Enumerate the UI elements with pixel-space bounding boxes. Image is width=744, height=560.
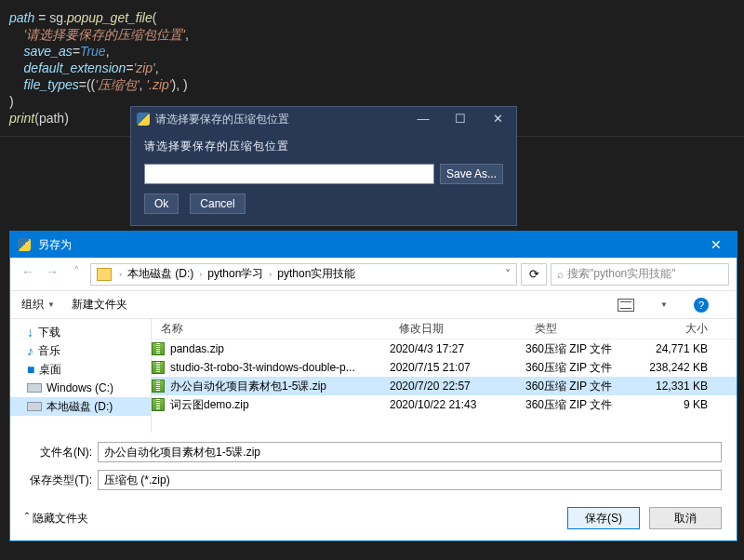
popup-prompt: 请选择要保存的压缩包位置 (144, 139, 503, 154)
cancel-button[interactable]: Cancel (190, 193, 245, 214)
save-titlebar[interactable]: 另存为 ✕ (10, 232, 737, 258)
refresh-button[interactable]: ⟳ (521, 263, 547, 286)
toolbar: 组织 ▼ 新建文件夹 ▼ ? (10, 291, 737, 319)
zip-icon (152, 361, 165, 374)
nav-bar: ← → ˄ › 本地磁盘 (D:)› python学习› python实用技能 … (10, 258, 737, 291)
close-button[interactable]: ✕ (696, 237, 737, 252)
filetype-label: 保存类型(T): (25, 473, 92, 488)
tree-item[interactable]: ♪音乐 (10, 341, 151, 360)
popup-title-text: 请选择要保存的压缩包位置 (155, 112, 289, 127)
save-as-button[interactable]: Save As... (440, 164, 503, 184)
filename-input[interactable] (98, 442, 722, 462)
hide-folders-toggle[interactable]: ˆ隐藏文件夹 (25, 511, 88, 527)
tree-item[interactable]: Windows (C:) (10, 379, 151, 397)
cancel-button[interactable]: 取消 (649, 507, 722, 529)
breadcrumb[interactable]: › 本地磁盘 (D:)› python学习› python实用技能 ˅ (90, 263, 517, 286)
up-button[interactable]: ˄ (66, 264, 86, 285)
disk-icon (27, 383, 42, 393)
zip-icon (152, 342, 165, 355)
chevron-down-icon[interactable]: ▼ (660, 300, 668, 309)
file-list: 名称 修改日期 类型 大小 pandas.zip2020/4/3 17:2736… (152, 319, 737, 433)
tree-item[interactable]: 本地磁盘 (D:) (10, 397, 151, 416)
organize-menu[interactable]: 组织 (21, 297, 44, 313)
filetype-select[interactable] (98, 470, 722, 490)
chevron-down-icon[interactable]: ▼ (47, 300, 55, 309)
view-icon[interactable] (618, 299, 634, 312)
popup-dialog: 请选择要保存的压缩包位置 — ☐ ✕ 请选择要保存的压缩包位置 Save As.… (130, 106, 517, 226)
folder-icon: ♪ (27, 343, 33, 358)
minimize-button[interactable]: — (405, 107, 442, 131)
zip-icon (152, 398, 165, 411)
file-row[interactable]: 词云图demo.zip2020/10/22 21:43360压缩 ZIP 文件9… (152, 395, 737, 414)
folder-icon (97, 268, 112, 281)
folder-icon: ↓ (27, 325, 33, 340)
new-folder-button[interactable]: 新建文件夹 (72, 297, 127, 313)
save-dialog: 另存为 ✕ ← → ˄ › 本地磁盘 (D:)› python学习› pytho… (9, 231, 737, 541)
search-input[interactable]: ⌕ 搜索"python实用技能" (551, 263, 729, 286)
popup-titlebar[interactable]: 请选择要保存的压缩包位置 — ☐ ✕ (131, 107, 516, 131)
file-row[interactable]: 办公自动化项目素材包1-5课.zip2020/7/20 22:57360压缩 Z… (152, 377, 737, 395)
tree-item[interactable]: ↓下载 (10, 323, 151, 341)
file-row[interactable]: studio-3t-robo-3t-windows-double-p...202… (152, 358, 737, 377)
forward-button[interactable]: → (42, 264, 62, 285)
chevron-down-icon[interactable]: ˅ (505, 268, 511, 281)
disk-icon (27, 402, 42, 411)
help-button[interactable]: ? (694, 298, 709, 313)
search-icon: ⌕ (557, 268, 564, 281)
file-row[interactable]: pandas.zip2020/4/3 17:27360压缩 ZIP 文件24,7… (152, 340, 737, 358)
folder-tree[interactable]: ↓下载♪音乐■桌面Windows (C:)本地磁盘 (D:) (10, 319, 152, 433)
python-icon (18, 238, 31, 251)
maximize-button[interactable]: ☐ (442, 107, 479, 131)
close-button[interactable]: ✕ (479, 107, 516, 131)
tree-item[interactable]: ■桌面 (10, 360, 151, 379)
ok-button[interactable]: Ok (144, 193, 179, 214)
save-button[interactable]: 保存(S) (567, 507, 640, 529)
zip-icon (152, 380, 165, 393)
save-title-text: 另存为 (38, 237, 72, 253)
folder-icon: ■ (27, 362, 34, 377)
python-icon (137, 113, 150, 126)
path-input[interactable] (144, 164, 434, 184)
back-button[interactable]: ← (18, 264, 38, 285)
filename-label: 文件名(N): (25, 445, 92, 460)
column-headers[interactable]: 名称 修改日期 类型 大小 (152, 319, 737, 340)
